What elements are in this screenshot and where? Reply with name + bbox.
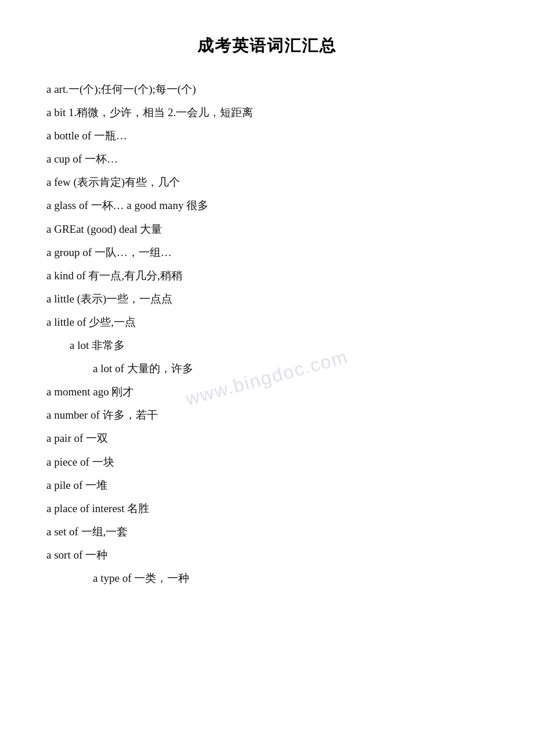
vocab-item: a kind of 有一点,有几分,稍稍: [46, 264, 488, 287]
vocab-item: a lot of 大量的，许多: [46, 357, 488, 380]
vocab-list: a art.一(个);任何一(个);每一(个)a bit 1.稍微，少许，相当 …: [46, 78, 488, 590]
vocab-item: a number of 许多，若干: [46, 404, 488, 427]
vocab-item: a GREat (good) deal 大量: [46, 218, 488, 241]
vocab-item: a set of 一组,一套: [46, 520, 488, 543]
vocab-item: a little of 少些,一点: [46, 311, 488, 334]
vocab-item: a moment ago 刚才: [46, 380, 488, 404]
vocab-item: a piece of 一块: [46, 451, 488, 474]
vocab-item: a place of interest 名胜: [46, 497, 488, 520]
vocab-item: a bit 1.稍微，少许，相当 2.一会儿，短距离: [46, 101, 488, 124]
vocab-item: a type of 一类，一种: [46, 567, 488, 590]
vocab-item: a bottle of 一瓶…: [46, 124, 488, 147]
vocab-item: a sort of 一种: [46, 543, 488, 567]
vocab-item: a pile of 一堆: [46, 474, 488, 497]
vocab-item: a little (表示)一些，一点点: [46, 287, 488, 311]
vocab-item: a pair of 一双: [46, 427, 488, 450]
vocab-item: a art.一(个);任何一(个);每一(个): [46, 78, 488, 101]
vocab-item: a glass of 一杯… a good many 很多: [46, 194, 488, 217]
vocab-item: a group of 一队…，一组…: [46, 241, 488, 264]
vocab-item: a lot 非常多: [46, 334, 488, 357]
page-title: 成考英语词汇汇总: [46, 35, 488, 57]
vocab-item: a few (表示肯定)有些，几个: [46, 171, 488, 194]
vocab-item: a cup of 一杯…: [46, 147, 488, 171]
